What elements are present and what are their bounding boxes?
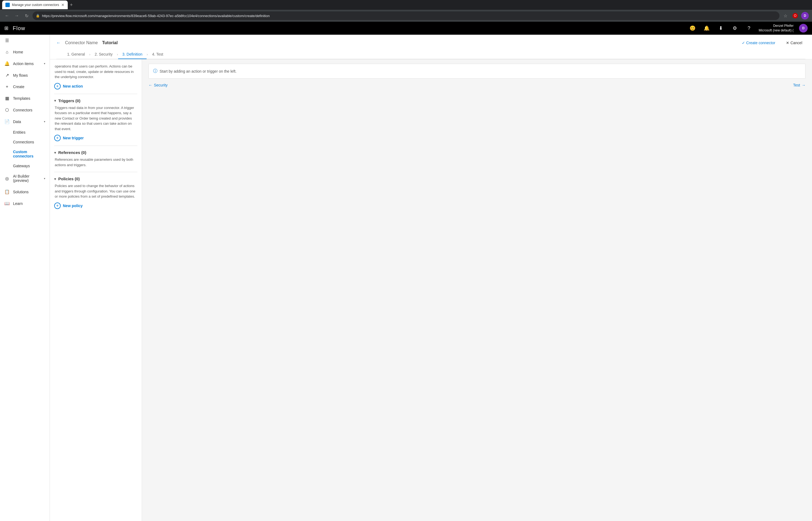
browser-profile-avatar[interactable]: D (801, 12, 809, 20)
new-action-button[interactable]: + New action (54, 83, 137, 89)
sidebar-learn-label: Learn (13, 201, 45, 206)
triggers-description: Triggers read data in from your connecto… (54, 105, 137, 132)
new-policy-plus-icon: + (54, 203, 61, 209)
cancel-icon: ✕ (786, 41, 789, 45)
policies-toggle-icon: ▾ (54, 177, 56, 181)
security-nav-back-arrow: ← (148, 83, 152, 87)
cancel-label: Cancel (790, 41, 802, 45)
waffle-icon[interactable]: ⊞ (4, 25, 8, 31)
sidebar-connections-label: Connections (13, 140, 45, 144)
wizard-step-test[interactable]: 4. Test (148, 50, 167, 59)
user-info: Denzel Pfeifer Microsoft (new default) ( (759, 24, 794, 33)
browser-url: https://preview.flow.microsoft.com/manag… (42, 14, 269, 18)
sidebar-item-entities[interactable]: Entities (0, 128, 50, 137)
browser-address-bar[interactable]: 🔒 https://preview.flow.microsoft.com/man… (32, 12, 780, 20)
create-connector-label: Create connector (746, 41, 775, 45)
sidebar-item-home[interactable]: ⌂ Home (0, 46, 50, 58)
wizard-step-general-label: 1. General (67, 52, 85, 56)
new-trigger-label: New trigger (63, 136, 84, 140)
help-icon[interactable]: ? (744, 24, 753, 32)
lock-icon: 🔒 (36, 14, 40, 18)
new-trigger-button[interactable]: + New trigger (54, 135, 137, 141)
ai-builder-icon: ◎ (4, 176, 10, 181)
browser-bookmark-btn[interactable]: ☆ (782, 12, 789, 20)
wizard-step-definition[interactable]: 3. Definition (118, 50, 147, 59)
policies-description: Policies are used to change the behavior… (54, 183, 137, 199)
sidebar-connectors-label: Connectors (13, 108, 45, 112)
actions-divider (54, 94, 137, 94)
wizard-steps-row: 1. General › 2. Security › 3. Definition… (56, 50, 806, 59)
sidebar-my-flows-label: My flows (13, 73, 45, 77)
sidebar: ☰ ⌂ Home 🔔 Action items ▾ ↗ My flows + C… (0, 35, 50, 521)
sidebar-item-templates[interactable]: ▦ Templates (0, 92, 50, 104)
test-nav-label: Test (793, 83, 800, 87)
browser-tab-title: Manage your custom connectors (12, 3, 59, 7)
triggers-toggle-icon: ▾ (54, 98, 56, 103)
checkmark-icon: ✓ (742, 41, 745, 45)
new-action-plus-icon: + (54, 83, 61, 89)
browser-extension-btn[interactable]: O (792, 13, 798, 18)
hint-text: Start by adding an action or trigger on … (160, 69, 237, 73)
wizard-actions: ✓ Create connector ✕ Cancel (739, 39, 806, 47)
download-icon[interactable]: ⬇ (716, 24, 725, 32)
sidebar-item-custom-connectors[interactable]: Custom connectors (0, 147, 50, 161)
references-toggle-icon: ▾ (54, 151, 56, 155)
wizard-step-general[interactable]: 1. General (63, 50, 89, 59)
new-policy-label: New policy (63, 204, 82, 208)
my-flows-icon: ↗ (4, 73, 10, 78)
sidebar-item-action-items[interactable]: 🔔 Action items ▾ (0, 58, 50, 69)
new-policy-button[interactable]: + New policy (54, 203, 137, 209)
browser-toolbar: ← → ↻ 🔒 https://preview.flow.microsoft.c… (0, 10, 812, 22)
sidebar-item-connectors[interactable]: ⬡ Connectors (0, 104, 50, 116)
sidebar-templates-label: Templates (13, 96, 45, 100)
sidebar-item-create[interactable]: + Create (0, 81, 50, 92)
sidebar-item-ai-builder[interactable]: ◎ AI Builder (preview) ▾ (0, 171, 50, 186)
test-nav-button[interactable]: Test → (793, 83, 806, 87)
policies-section-header[interactable]: ▾ Policies (0) (54, 177, 137, 181)
sidebar-action-items-label: Action items (13, 62, 41, 66)
browser-chrome: Manage your custom connectors ✕ + (0, 0, 812, 10)
settings-icon[interactable]: ⚙ (731, 24, 739, 32)
browser-forward-btn[interactable]: → (13, 12, 21, 20)
main-layout: ☰ ⌂ Home 🔔 Action items ▾ ↗ My flows + C… (0, 35, 812, 521)
triggers-divider (54, 145, 137, 146)
info-icon: ⓘ (153, 68, 158, 74)
browser-tab-close[interactable]: ✕ (61, 3, 65, 7)
references-section-header[interactable]: ▾ References (0) (54, 150, 137, 155)
user-org: Microsoft (new default) ( (759, 28, 794, 33)
feedback-icon[interactable]: 😊 (688, 24, 697, 32)
sidebar-item-menu[interactable]: ☰ (0, 35, 50, 46)
wizard-step-security[interactable]: 2. Security (90, 50, 117, 59)
browser-refresh-btn[interactable]: ↻ (23, 12, 30, 20)
nav-bottom: ← Security Test → (148, 83, 806, 87)
sidebar-item-connections[interactable]: Connections (0, 137, 50, 147)
sidebar-item-solutions[interactable]: 📋 Solutions (0, 186, 50, 198)
page-header-top: ← Connector Name Tutorial ✓ Create conne… (56, 39, 806, 47)
notifications-icon[interactable]: 🔔 (702, 24, 711, 32)
sidebar-custom-connectors-label: Custom connectors (13, 150, 45, 158)
cancel-button[interactable]: ✕ Cancel (783, 39, 806, 47)
sidebar-item-data[interactable]: 📄 Data ▾ (0, 116, 50, 128)
connector-name: Connector Name (65, 40, 98, 45)
browser-new-tab-btn[interactable]: + (70, 2, 73, 8)
browser-tab[interactable]: Manage your custom connectors ✕ (2, 1, 68, 9)
sidebar-item-gateways[interactable]: Gateways (0, 161, 50, 171)
sidebar-solutions-label: Solutions (13, 190, 45, 194)
back-button[interactable]: ← (56, 40, 61, 45)
right-panel-hint: ⓘ Start by adding an action or trigger o… (148, 64, 806, 78)
menu-icon: ☰ (4, 38, 10, 43)
user-avatar[interactable]: D (799, 24, 808, 32)
sidebar-item-learn[interactable]: 📖 Learn (0, 198, 50, 209)
learn-icon: 📖 (4, 201, 10, 206)
security-nav-button[interactable]: ← Security (148, 83, 168, 87)
definition-left-panel: operations that users can perform. Actio… (50, 59, 142, 521)
sidebar-item-my-flows[interactable]: ↗ My flows (0, 69, 50, 81)
references-title: References (0) (58, 150, 86, 155)
browser-tab-icon (5, 3, 10, 7)
triggers-section-header[interactable]: ▾ Triggers (0) (54, 98, 137, 103)
sidebar-gateways-label: Gateways (13, 164, 45, 168)
topbar: ⊞ Flow 😊 🔔 ⬇ ⚙ ? Denzel Pfeifer Microsof… (0, 22, 812, 35)
browser-back-btn[interactable]: ← (3, 12, 11, 20)
create-connector-button[interactable]: ✓ Create connector (739, 39, 779, 47)
actions-description: operations that users can perform. Actio… (54, 64, 137, 80)
